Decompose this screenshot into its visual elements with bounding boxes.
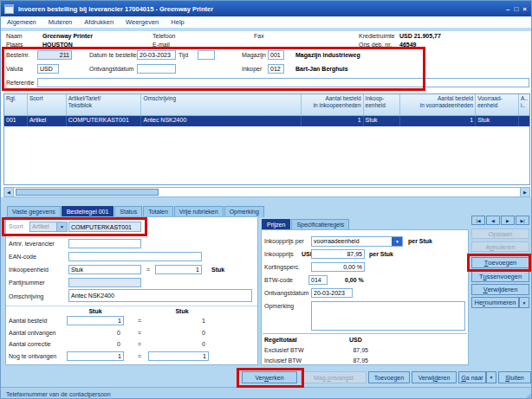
referentie-field[interactable] [37, 78, 529, 87]
ga-naar-dropdown-icon[interactable]: ▼ [486, 371, 496, 383]
opslaan-button[interactable]: Opslaan [471, 228, 529, 239]
soort-value: Artikel [30, 222, 56, 231]
cell-omschrijving: Antec NSK2400 [141, 116, 301, 126]
regeltotaal-currency: USD [349, 337, 362, 343]
column-header-a[interactable]: A.. i.. [519, 94, 529, 115]
omschrijving-field[interactable] [68, 289, 252, 302]
datum-te-bestellen-label: Datum te bestellen [89, 52, 139, 58]
soort-select[interactable]: Artikel ▼ [29, 222, 68, 232]
nog-te-ontvangen-field1[interactable] [67, 351, 124, 361]
kortingsperc-label: Kortingsperc. [264, 264, 300, 270]
mag-ontvangst-button[interactable]: Mag. ontvangst [301, 371, 367, 383]
resize-grip-icon[interactable] [525, 392, 532, 399]
inkoopeenheid-field[interactable] [68, 265, 141, 274]
table-row-selected[interactable]: 001 Artikel COMPUTERKAST001 Antec NSK240… [4, 116, 529, 126]
inkoopprijs-field[interactable] [311, 249, 365, 259]
column-header-rgl[interactable]: Rgl. [4, 94, 28, 115]
verwijderen-bottom-button[interactable]: Verwijderen [412, 371, 457, 383]
verwijderen-button[interactable]: Verwijderen [471, 284, 529, 295]
email-label: E-mail [152, 42, 170, 48]
artikel-code-field[interactable] [68, 222, 141, 232]
inclusief-btw-value: 87,95 [341, 357, 368, 364]
menu-algemeen[interactable]: Algemeen [7, 18, 36, 26]
aantal-besteld-field[interactable] [67, 316, 124, 325]
aantal-ontvangen-value2: 0 [155, 330, 205, 336]
nog-te-ontvangen-field2[interactable] [148, 351, 209, 361]
ean-code-field[interactable] [68, 252, 202, 261]
kredietruimte-value: USD 21.905,77 [399, 33, 441, 39]
column-header-soort[interactable]: Soort [28, 94, 67, 115]
btw-code-field[interactable] [308, 275, 328, 285]
inkoopprijs-per-label: Inkoopprijs per [264, 238, 304, 244]
menu-help[interactable]: Help [171, 18, 184, 26]
app-window: Invoeren bestelling bij leverancier 1700… [0, 0, 532, 399]
eenheid-unit-text: Stuk [211, 267, 224, 273]
scroll-left-icon[interactable]: ◀ [4, 188, 14, 196]
toevoegen-bottom-button[interactable]: Toevoegen [368, 371, 410, 383]
menu-afdrukken[interactable]: Afdrukken [84, 18, 114, 26]
magazijn-label: Magazijn [242, 52, 266, 58]
per-stuk-text: per Stuk [369, 251, 393, 257]
ontvangstdatum-field[interactable] [137, 64, 176, 74]
previous-record-icon[interactable]: ◀ [486, 216, 500, 225]
column-header-aantal-inkoop[interactable]: Aantal besteld in inkoopeenheden [302, 94, 364, 115]
maximize-button[interactable]: □ [514, 5, 518, 13]
btw-code-label: BTW-code [264, 277, 293, 283]
close-button[interactable]: × [522, 5, 527, 13]
tussenvoegen-button[interactable]: Tussenvoegen [471, 271, 529, 282]
equals-sign: = [138, 330, 141, 336]
inkoopprijs-per-select[interactable]: voorraadeenheid ▼ [311, 236, 403, 247]
chevron-down-icon[interactable]: ▼ [392, 237, 402, 246]
column-header-artikel[interactable]: Artikel/Tarief/ Tekstblok [67, 94, 142, 115]
app-icon [4, 4, 14, 14]
hernummeren-dropdown-icon[interactable]: ▼ [519, 297, 529, 308]
datum-te-bestellen-field[interactable] [137, 50, 176, 60]
cell-aantal-voorraad: 1 [400, 116, 476, 126]
menu-weergeven[interactable]: Weergeven [126, 18, 159, 26]
nog-te-ontvangen-label: Nog te ontvangen [9, 353, 56, 359]
scrollbar-thumb[interactable] [16, 189, 159, 196]
eenheid-factor-field[interactable] [155, 265, 202, 274]
naam-label: Naam [6, 33, 23, 39]
tijd-field[interactable] [198, 50, 215, 60]
ontvangstdatum-regel-field[interactable] [311, 288, 353, 298]
annuleren-button[interactable]: Annuleren [471, 241, 529, 252]
column-header-aantal-voorraad[interactable]: Aantal besteld in voorraadeenheden [400, 94, 476, 115]
valuta-field[interactable] [37, 64, 59, 74]
sluiten-button[interactable]: Sluiten [498, 371, 531, 383]
cell-artikel: COMPUTERKAST001 [67, 116, 142, 126]
partijnummer-field[interactable] [68, 278, 141, 287]
column-header-inkoopeenheid[interactable]: Inkoop- eenheid [364, 94, 401, 115]
table-horizontal-scrollbar[interactable]: ◀ ▶ [3, 187, 530, 197]
inkoper-label: Inkoper [242, 66, 262, 72]
menu-muteren[interactable]: Muteren [49, 18, 73, 26]
verwerken-button[interactable]: Verwerken [242, 371, 297, 383]
next-record-icon[interactable]: ▶ [501, 216, 515, 225]
artnr-leverancier-field[interactable] [68, 239, 141, 248]
scroll-right-icon[interactable]: ▶ [520, 188, 529, 196]
valuta-label: Valuta [6, 66, 23, 72]
opmerking-field[interactable] [311, 301, 465, 331]
chevron-down-icon[interactable]: ▼ [56, 222, 67, 231]
last-record-icon[interactable]: ▶| [516, 216, 529, 225]
minimize-button[interactable]: – [506, 5, 509, 13]
plaats-label: Plaats [6, 42, 23, 48]
column-header-voorraadeenheid[interactable]: Voorraad- eenheid [476, 94, 519, 115]
menu-divider [1, 28, 531, 31]
bestelnr-field[interactable] [37, 50, 72, 60]
toevoegen-button[interactable]: Toevoegen [471, 257, 529, 268]
regeltotaal-label: Regeltotaal [264, 337, 297, 343]
ga-naar-button[interactable]: Ga naar [458, 371, 486, 383]
btw-perc-text: 0,00 % [345, 277, 364, 283]
inkoper-code-field[interactable] [268, 64, 284, 74]
column-header-omschrijving[interactable]: Omschrijving [141, 94, 301, 115]
table-header-row: Rgl. Soort Artikel/Tarief/ Tekstblok Oms… [4, 94, 529, 116]
magazijn-code-field[interactable] [268, 50, 284, 60]
cell-a [519, 116, 529, 126]
first-record-icon[interactable]: |◀ [471, 216, 485, 225]
hernummeren-button[interactable]: Hernummeren [471, 297, 519, 308]
kortingsperc-field[interactable] [311, 262, 365, 272]
inclusief-btw-label: Inclusief BTW [264, 357, 302, 364]
bestelnr-label: Bestelnr. [6, 52, 29, 58]
inkoper-naam: Bart-Jan Berghuis [295, 66, 348, 72]
